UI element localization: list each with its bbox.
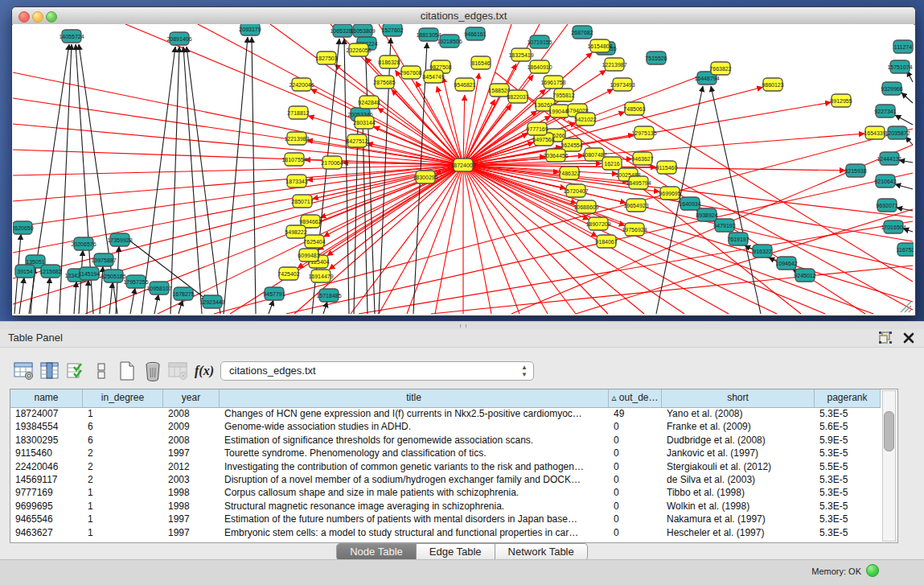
table-cell[interactable]: 0 bbox=[609, 460, 662, 473]
table-cell[interactable]: 1998 bbox=[163, 486, 220, 499]
table-cell[interactable]: Corpus callosum shape and size in male p… bbox=[220, 486, 609, 499]
table-settings-icon[interactable] bbox=[11, 360, 37, 382]
graph-node[interactable]: 15718485 bbox=[316, 289, 341, 302]
function-builder-icon[interactable]: f(x) bbox=[191, 360, 217, 382]
graph-node[interactable]: 12444131 bbox=[877, 152, 901, 165]
graph-node[interactable]: 18325419 bbox=[508, 48, 533, 61]
graph-node[interactable]: 7955812 bbox=[552, 89, 574, 101]
table-cell[interactable]: 18724007 bbox=[10, 407, 83, 420]
table-cell[interactable]: 19384554 bbox=[10, 420, 83, 433]
graph-node[interactable]: 2875685 bbox=[373, 76, 395, 89]
table-cell[interactable]: 5.3E-5 bbox=[815, 513, 881, 525]
graph-node[interactable]: 18300295 bbox=[413, 171, 437, 183]
table-row[interactable]: 946554611997Estimation of the future num… bbox=[10, 513, 881, 525]
graph-node[interactable]: 9457791 bbox=[263, 287, 285, 300]
graph-node[interactable]: 2803144 bbox=[353, 116, 375, 129]
table-cell[interactable]: 5.3E-5 bbox=[815, 447, 881, 459]
graph-node[interactable]: 8822037 bbox=[507, 90, 528, 103]
graph-node[interactable]: 5498222 bbox=[285, 225, 306, 238]
column-header-name[interactable]: name bbox=[10, 389, 83, 407]
table-cell[interactable]: 5.5E-5 bbox=[815, 460, 881, 473]
table-cell[interactable]: 2 bbox=[83, 447, 163, 459]
graph-node[interactable]: 19756928 bbox=[622, 223, 647, 236]
table-row[interactable]: 977716911998Corpus callosum shape and si… bbox=[10, 486, 881, 499]
tab-edge-table[interactable]: Edge Table bbox=[417, 543, 495, 561]
table-cell[interactable]: 18300295 bbox=[10, 434, 83, 447]
graph-node[interactable]: 2718812 bbox=[287, 106, 309, 119]
graph-node[interactable]: 19654923 bbox=[623, 199, 648, 212]
graph-node[interactable]: 7486322 bbox=[558, 167, 580, 179]
graph-node[interactable]: 1215682 bbox=[39, 265, 61, 278]
graph-node[interactable]: 9242848 bbox=[358, 96, 380, 109]
graph-node[interactable]: 9210643 bbox=[874, 175, 896, 187]
graph-node[interactable]: 7625404 bbox=[303, 235, 325, 248]
table-cell[interactable]: 1997 bbox=[163, 513, 220, 525]
table-cell[interactable]: 5.3E-5 bbox=[815, 407, 881, 420]
table-cell[interactable]: 14569117 bbox=[10, 473, 83, 486]
graph-node[interactable]: 9777169 bbox=[526, 122, 548, 135]
graph-node[interactable]: 2967608 bbox=[400, 66, 421, 79]
table-cell[interactable]: Hescheler et al. (1997) bbox=[662, 526, 815, 539]
graph-node[interactable]: 12975135 bbox=[631, 126, 656, 139]
graph-node[interactable]: 1640934 bbox=[679, 197, 700, 210]
table-cell[interactable]: 9777169 bbox=[10, 486, 83, 499]
graph-node[interactable]: 6479193 bbox=[713, 219, 735, 232]
graph-node[interactable]: 19218506 bbox=[437, 35, 462, 47]
graph-node[interactable]: 12505185 bbox=[101, 270, 125, 282]
graph-node[interactable]: 12035872 bbox=[885, 126, 910, 139]
table-select-dropdown[interactable]: citations_edges.txt ▲▼ bbox=[220, 361, 534, 381]
graph-node[interactable]: 16961758 bbox=[540, 76, 565, 89]
table-row[interactable]: 2242004622012Investigating the contribut… bbox=[10, 460, 881, 473]
graph-node[interactable]: 8938924 bbox=[696, 208, 717, 221]
graph-node[interactable]: 15720407 bbox=[563, 184, 588, 197]
table-cell[interactable]: Nakamura et al. (1997) bbox=[662, 513, 815, 525]
table-cell[interactable]: Estimation of the future numbers of pati… bbox=[220, 513, 609, 525]
tab-node-table[interactable]: Node Table bbox=[336, 543, 417, 561]
graph-node[interactable]: 9699695 bbox=[659, 187, 680, 200]
graph-node[interactable]: 22420046 bbox=[289, 78, 314, 91]
graph-node[interactable]: 9245012 bbox=[794, 269, 815, 282]
network-graph[interactable]: 1872400714055724208914062093179106532871… bbox=[13, 24, 914, 315]
graph-node[interactable]: 1167533 bbox=[897, 243, 914, 256]
table-cell[interactable]: 2012 bbox=[163, 460, 220, 473]
graph-node[interactable]: 14055724 bbox=[59, 30, 84, 43]
graph-node[interactable]: 10973493 bbox=[610, 78, 634, 91]
table-cell[interactable]: 5.3E-5 bbox=[815, 486, 881, 499]
graph-node[interactable]: 10975887 bbox=[91, 253, 116, 266]
column-header-short[interactable]: short bbox=[662, 389, 815, 407]
graph-node[interactable]: 9466161 bbox=[464, 27, 486, 40]
table-cell[interactable]: 1998 bbox=[163, 500, 220, 513]
table-cell[interactable]: Tibbo et al. (1998) bbox=[662, 486, 815, 499]
graph-node[interactable]: 2620650 bbox=[13, 221, 34, 234]
graph-node[interactable]: 1827503 bbox=[315, 51, 337, 64]
graph-node[interactable]: 9546821 bbox=[454, 78, 475, 91]
graph-node[interactable]: 12923448 bbox=[199, 295, 224, 308]
network-window-titlebar[interactable]: citations_edges.txt bbox=[12, 7, 915, 25]
column-header-in_degree[interactable]: in_degree bbox=[83, 389, 163, 407]
table-cell[interactable]: 22420046 bbox=[10, 460, 83, 473]
graph-node[interactable]: 9115460 bbox=[656, 161, 678, 174]
graph-node[interactable]: 18907209 bbox=[585, 217, 610, 230]
table-cell[interactable]: Changes of HCN gene expression and I(f) … bbox=[220, 407, 609, 420]
table-cell[interactable]: 0 bbox=[609, 434, 662, 447]
table-cell[interactable]: 0 bbox=[609, 500, 662, 513]
graph-node[interactable]: 9463627 bbox=[631, 152, 653, 165]
table-cell[interactable]: 5.3E-5 bbox=[815, 526, 881, 539]
import-table-icon[interactable] bbox=[63, 360, 88, 382]
graph-node[interactable]: 16154808 bbox=[587, 39, 612, 52]
graph-node[interactable]: 1678275 bbox=[172, 287, 194, 300]
graph-node[interactable]: 1145194 bbox=[79, 267, 101, 280]
table-cell[interactable]: 6 bbox=[83, 434, 163, 447]
graph-node[interactable]: 18107554 bbox=[281, 153, 306, 166]
table-cell[interactable]: Wolkin et al. (1998) bbox=[662, 500, 815, 513]
table-cell[interactable]: Embryonic stem cells: a model to study s… bbox=[220, 526, 609, 539]
graph-node[interactable]: 15751074 bbox=[887, 60, 912, 73]
graph-node[interactable]: 17957255 bbox=[123, 275, 148, 288]
table-cell[interactable]: 2008 bbox=[163, 407, 220, 420]
graph-node[interactable]: 8186328 bbox=[378, 56, 400, 68]
table-cell[interactable]: Genome-wide association studies in ADHD. bbox=[220, 420, 609, 433]
table-cell[interactable]: Estimation of significance thresholds fo… bbox=[220, 434, 609, 447]
graph-node[interactable]: 20891406 bbox=[166, 32, 191, 45]
graph-node[interactable]: 23226058 bbox=[346, 43, 371, 56]
graph-node[interactable]: 16914479 bbox=[308, 270, 333, 282]
